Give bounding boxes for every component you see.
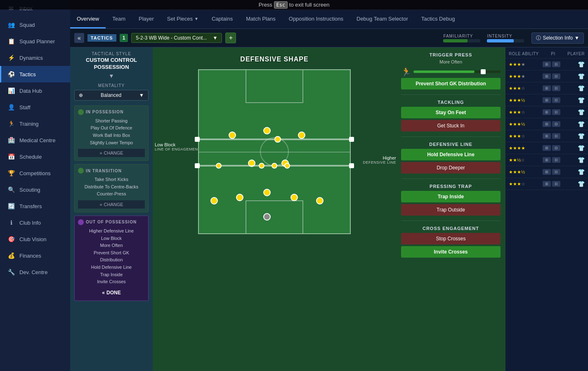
esc-key: Esc (274, 1, 288, 9)
stay-on-feet-button[interactable]: Stay On Feet (401, 107, 501, 118)
tactical-style-dropdown[interactable]: ▼ (74, 73, 149, 79)
pi-icon-box: ⊞ (543, 145, 551, 151)
pi-icons: ⊞ ⊟ (543, 181, 560, 187)
in-transition-label: IN TRANSITION (86, 169, 122, 173)
selection-info-button[interactable]: ⓘ Selection Info ▼ (531, 33, 584, 44)
sidebar-item-dynamics[interactable]: ⚡ Dynamics (0, 49, 70, 66)
tab-captains[interactable]: Captains (205, 10, 239, 28)
tab-opp-instructions[interactable]: Opposition Instructions (282, 10, 350, 28)
schedule-icon: 📅 (7, 153, 15, 161)
mentality-label: MENTALITY (74, 83, 149, 88)
tab-set-pieces[interactable]: Set Pieces ▼ (161, 10, 205, 28)
sidebar-item-tactics[interactable]: ⚽ Tactics (0, 66, 70, 82)
scouting-icon: 🔍 (7, 186, 15, 194)
sidebar-label-scouting: Scouting (19, 187, 40, 193)
pi-icons: ⊞ ⊟ (543, 61, 560, 67)
tactics-formation-dropdown[interactable]: 5-2-3 WB Wide - Custom Cont... ▼ (131, 33, 222, 43)
out-possession-text: Higher Defensive Line Low Block More Oft… (78, 228, 145, 286)
pi-icons: ⊞ ⊟ (543, 121, 560, 127)
drop-deeper-button[interactable]: Drop Deeper (401, 162, 501, 174)
hold-defensive-line-button[interactable]: Hold Defensive Line (401, 149, 501, 160)
sidebar-item-scouting[interactable]: 🔍 Scouting (0, 181, 70, 198)
sidebar-item-club-vision[interactable]: 🎯 Club Vision (0, 231, 70, 247)
tab-player[interactable]: Player (132, 10, 161, 28)
sidebar-item-competitions[interactable]: 🏆 Competitions (0, 165, 70, 181)
low-block-label: Low Block LINE OF ENGAGEMENT (155, 142, 201, 151)
tactics-back-button[interactable]: « (74, 33, 84, 43)
center-line (199, 152, 350, 153)
engagement-slider-track[interactable] (195, 139, 354, 140)
sidebar-label-tactics: Tactics (19, 71, 36, 77)
sidebar-item-squad[interactable]: 👥 Squad (0, 16, 70, 33)
table-row: ★★★½ ⊞ ⊟ 👕 (505, 94, 588, 106)
sidebar-item-dev-centre[interactable]: 🔧 Dev. Centre (0, 264, 70, 280)
sidebar-item-transfers[interactable]: 🔄 Transfers (0, 198, 70, 214)
tab-debug-team[interactable]: Debug Team Selector (350, 10, 415, 28)
sidebar-label-transfers: Transfers (19, 203, 42, 209)
tab-match-plans[interactable]: Match Plans (239, 10, 282, 28)
pi-icon-box: ⊞ (543, 109, 551, 115)
trigger-handle[interactable] (481, 69, 486, 74)
player-shirt-icon: 👕 (578, 133, 585, 139)
player-dot-1 (210, 197, 218, 204)
stop-crosses-button[interactable]: Stop Crosses (401, 233, 501, 244)
pi-icon-box: ⊟ (552, 157, 560, 163)
sidebar-item-finances[interactable]: 💰 Finances (0, 247, 70, 264)
prevent-short-gk-button[interactable]: Prevent Short GK Distribution (401, 78, 501, 89)
dynamics-icon: ⚡ (7, 54, 15, 62)
defensive-line-title: DEFENSIVE LINE (401, 142, 501, 147)
sidebar-item-medical[interactable]: 🏥 Medical Centre (0, 132, 70, 148)
defensive-line-slider-track[interactable] (195, 165, 354, 167)
cross-engagement-title: CROSS ENGAGEMENT (401, 226, 501, 231)
sidebar-label-finances: Finances (19, 253, 41, 259)
tackling-section: TACKLING Stay On Feet Get Stuck In (401, 100, 501, 131)
def-line-handle-left[interactable] (195, 163, 200, 168)
in-transition-icon (78, 168, 84, 174)
op-item-1: Higher Defensive Line (89, 228, 134, 233)
trap-inside-button[interactable]: Trap Inside (401, 191, 501, 202)
pi-icon-box: ⊟ (552, 97, 560, 103)
player-shirt-icon: 👕 (578, 181, 585, 187)
line-of-engagement-label: LINE OF ENGAGEMENT (155, 147, 201, 151)
in-possession-icon (78, 109, 84, 115)
pi-icon-box: ⊟ (552, 121, 560, 127)
done-button[interactable]: « DONE (78, 288, 145, 297)
def-line-handle-right[interactable] (349, 163, 354, 168)
trap-outside-button[interactable]: Trap Outside (401, 204, 501, 216)
sidebar-item-squad-planner[interactable]: 📋 Squad Planner (0, 33, 70, 49)
intensity-fill (487, 39, 514, 42)
table-row: ★★★☆ ⊞ ⊟ 👕 (505, 82, 588, 94)
get-stuck-in-button[interactable]: Get Stuck In (401, 120, 501, 131)
sidebar-item-data-hub[interactable]: 📊 Data Hub (0, 82, 70, 99)
sidebar-label-competitions: Competitions (19, 170, 51, 176)
sidebar-item-schedule[interactable]: 📅 Schedule (0, 148, 70, 165)
sidebar-label-training: Training (19, 121, 38, 127)
engagement-handle-right[interactable] (349, 137, 354, 142)
in-transition-change-button[interactable]: » CHANGE (78, 200, 145, 209)
star-rating: ★★★½ (509, 169, 525, 175)
tab-tactics-debug[interactable]: Tactics Debug (415, 10, 462, 28)
table-row: ★★★☆ ⊞ ⊟ 👕 (505, 178, 588, 190)
table-row: ★★★★ ⊞ ⊟ 👕 (505, 70, 588, 82)
trigger-press-slider[interactable]: 🏃 (401, 66, 501, 78)
player-dot-10 (298, 131, 305, 139)
player-shirt-icon: 👕 (578, 145, 585, 151)
add-tactic-button[interactable]: + (225, 33, 236, 43)
mentality-select[interactable]: ⊕ Balanced ▼ (74, 90, 149, 101)
runner-icon: 🏃 (401, 67, 411, 77)
tab-team[interactable]: Team (106, 10, 132, 28)
def-line-dot-3 (272, 163, 277, 169)
tactical-style-header: TACTICAL STYLE CUSTOM CONTROL POSSESSION… (74, 52, 149, 83)
engagement-handle-left[interactable] (195, 137, 200, 142)
player-shirt-icon: 👕 (578, 73, 585, 80)
in-possession-change-button[interactable]: » CHANGE (78, 149, 145, 157)
esc-bar: Press Esc to exit full screen (0, 0, 588, 9)
sidebar-item-staff[interactable]: 👤 Staff (0, 99, 70, 115)
pressing-trap-title: PRESSING TRAP (401, 184, 501, 189)
familiarity-fill (443, 39, 468, 42)
tab-overview[interactable]: Overview (70, 10, 106, 28)
transfers-icon: 🔄 (7, 202, 15, 210)
sidebar-item-club-info[interactable]: ℹ Club Info (0, 214, 70, 231)
sidebar-item-training[interactable]: 🏃 Training (0, 115, 70, 132)
invite-crosses-button[interactable]: Invite Crosses (401, 246, 501, 258)
